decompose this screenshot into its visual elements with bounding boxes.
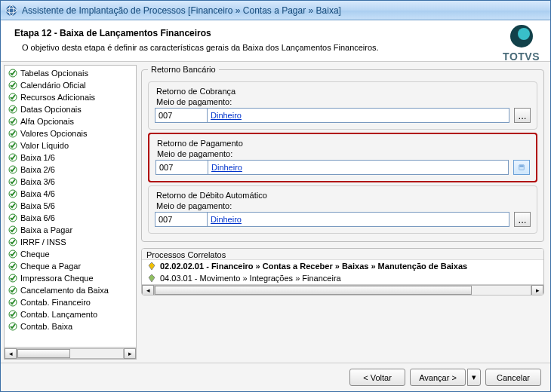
step-description: O objetivo desta etapa é definir as cara… <box>22 43 540 52</box>
check-icon <box>8 309 18 320</box>
sidebar-h-scrollbar[interactable]: ◂ ▸ <box>5 347 136 359</box>
sidebar-list[interactable]: Tabelas OpcionaisCalendário OficialRecur… <box>5 66 136 347</box>
check-icon <box>8 80 18 90</box>
cobranca-code-input[interactable] <box>155 108 208 123</box>
scroll-track[interactable] <box>154 285 531 296</box>
sidebar-item-label: IRRF / INSS <box>20 237 66 247</box>
sidebar-item-label: Baixa 3/6 <box>20 176 55 187</box>
correlatos-h-scrollbar[interactable]: ◂ ▸ <box>142 284 543 295</box>
debito-desc-input[interactable] <box>208 212 509 227</box>
cobranca-lookup-button[interactable]: ... <box>514 108 531 123</box>
check-icon <box>8 249 18 259</box>
brand-text: TOTVS <box>503 51 540 63</box>
sidebar-item[interactable]: Calendário Oficial <box>5 79 136 91</box>
pagamento-lookup-button[interactable] <box>513 160 530 175</box>
titlebar: Assistente de Implantação de Processos [… <box>1 1 550 20</box>
sidebar-item-label: Impressora Cheque <box>20 273 94 283</box>
retorno-bancario-legend: Retorno Bancário <box>148 65 219 74</box>
sidebar-item[interactable]: Valores Opcionais <box>5 127 136 139</box>
check-icon <box>8 237 18 247</box>
sidebar-item[interactable]: Baixa 3/6 <box>5 176 136 188</box>
sidebar-item[interactable]: IRRF / INSS <box>5 236 136 248</box>
pagamento-desc-input[interactable] <box>208 160 509 175</box>
retorno-bancario-group: Retorno Bancário Retorno de Cobrança Mei… <box>141 65 544 242</box>
sidebar-item[interactable]: Tabelas Opcionais <box>5 67 136 79</box>
sidebar-item-label: Baixa 6/6 <box>20 213 55 223</box>
scroll-right-button[interactable]: ▸ <box>124 348 136 359</box>
retorno-debito-title: Retorno de Débito Automático <box>156 191 531 200</box>
sidebar-item[interactable]: Datas Opcionais <box>5 103 136 115</box>
footer: < Voltar Avançar > ▾ Cancelar <box>1 363 550 391</box>
check-icon <box>8 104 18 115</box>
scroll-thumb[interactable] <box>17 349 70 358</box>
sidebar-item[interactable]: Cheque a Pagar <box>5 260 136 272</box>
header-area: Etapa 12 - Baixa de Lançamentos Financei… <box>1 20 550 62</box>
debito-lookup-button[interactable]: ... <box>514 212 531 227</box>
svg-point-0 <box>6 5 17 16</box>
correlato-item[interactable]: 02.02.02.01 - Financeiro » Contas a Rece… <box>142 260 543 272</box>
sidebar-item-label: Valores Opcionais <box>20 128 87 139</box>
sidebar-item[interactable]: Baixa 5/6 <box>5 200 136 212</box>
sidebar-item-label: Baixa 2/6 <box>20 164 55 175</box>
check-icon <box>8 285 18 296</box>
sidebar-item[interactable]: Contab. Lançamento <box>5 308 136 320</box>
check-icon <box>8 68 18 78</box>
meio-pagamento-label-3: Meio de pagamento: <box>156 201 531 210</box>
check-icon <box>8 92 18 103</box>
sidebar-item-label: Contab. Financeiro <box>20 297 91 308</box>
sidebar-item-label: Cheque <box>20 249 50 259</box>
next-button[interactable]: Avançar > <box>410 369 466 386</box>
meio-pagamento-label-1: Meio de pagamento: <box>156 97 531 106</box>
sidebar-item-label: Cancelamento da Baixa <box>20 285 109 296</box>
brand-logo: TOTVS <box>503 23 540 63</box>
meio-pagamento-label-2: Meio de pagamento: <box>157 149 530 158</box>
check-icon <box>8 261 18 271</box>
sidebar-item[interactable]: Recursos Adicionais <box>5 91 136 103</box>
svg-rect-28 <box>519 165 523 167</box>
pagamento-code-input[interactable] <box>155 160 208 175</box>
sidebar-item[interactable]: Alfa Opcionais <box>5 115 136 127</box>
back-button[interactable]: < Voltar <box>349 369 405 386</box>
sidebar-item[interactable]: Contab. Baixa <box>5 320 136 332</box>
next-dropdown-button[interactable]: ▾ <box>467 369 481 386</box>
sidebar-item[interactable]: Baixa 6/6 <box>5 212 136 224</box>
retorno-debito-group: Retorno de Débito Automático Meio de pag… <box>148 185 537 234</box>
cancel-button[interactable]: Cancelar <box>485 369 541 386</box>
sidebar-item[interactable]: Impressora Cheque <box>5 272 136 284</box>
cobranca-desc-input[interactable] <box>208 108 509 123</box>
sidebar-item[interactable]: Baixa 4/6 <box>5 188 136 200</box>
sidebar-item[interactable]: Cancelamento da Baixa <box>5 284 136 296</box>
sidebar-item-label: Cheque a Pagar <box>20 261 81 271</box>
check-icon <box>8 164 18 175</box>
sidebar-item[interactable]: Cheque <box>5 248 136 260</box>
sidebar: Tabelas OpcionaisCalendário OficialRecur… <box>4 65 137 360</box>
process-icon <box>146 273 157 283</box>
check-icon <box>8 321 18 332</box>
sidebar-item-label: Valor Líquido <box>20 140 69 151</box>
sidebar-item-label: Contab. Lançamento <box>20 309 97 320</box>
sidebar-item[interactable]: Baixa a Pagar <box>5 224 136 236</box>
correlato-label: 04.03.01 - Movimento » Integrações » Fin… <box>160 274 341 283</box>
sidebar-item-label: Datas Opcionais <box>20 104 82 115</box>
body-area: Tabelas OpcionaisCalendário OficialRecur… <box>1 62 550 363</box>
sidebar-item[interactable]: Baixa 2/6 <box>5 164 136 176</box>
scroll-thumb[interactable] <box>155 286 472 295</box>
window-title: Assistente de Implantação de Processos [… <box>22 5 341 16</box>
check-icon <box>8 176 18 187</box>
check-icon <box>8 140 18 151</box>
sidebar-item-label: Baixa a Pagar <box>20 225 72 235</box>
main-panel: Retorno Bancário Retorno de Cobrança Mei… <box>141 65 544 360</box>
check-icon <box>8 152 18 163</box>
sidebar-item[interactable]: Valor Líquido <box>5 139 136 152</box>
scroll-track[interactable] <box>17 348 124 359</box>
correlato-item[interactable]: 04.03.01 - Movimento » Integrações » Fin… <box>142 272 543 284</box>
scroll-right-button[interactable]: ▸ <box>531 285 543 296</box>
scroll-left-button[interactable]: ◂ <box>142 285 154 296</box>
sidebar-item[interactable]: Baixa 1/6 <box>5 152 136 164</box>
sidebar-item[interactable]: Contab. Financeiro <box>5 296 136 308</box>
scroll-left-button[interactable]: ◂ <box>5 348 17 359</box>
step-title: Etapa 12 - Baixa de Lançamentos Financei… <box>14 28 540 38</box>
process-icon <box>146 261 157 271</box>
app-icon <box>5 5 17 17</box>
debito-code-input[interactable] <box>155 212 208 227</box>
